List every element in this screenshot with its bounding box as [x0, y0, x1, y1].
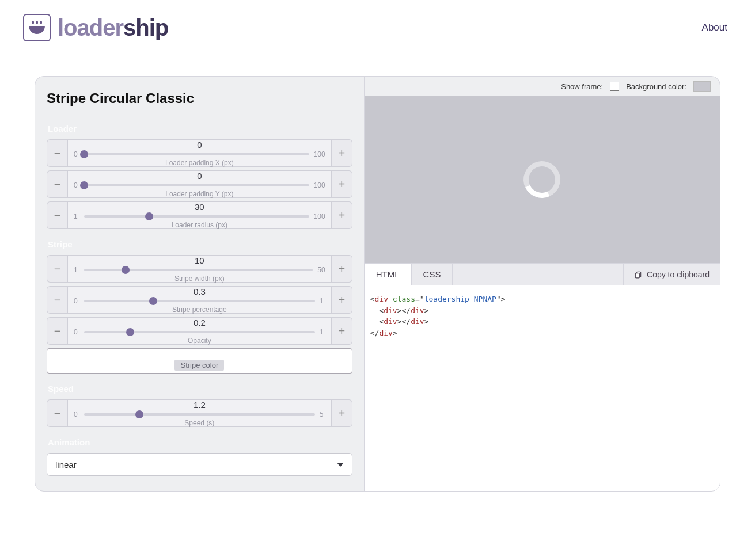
slider-min: 0: [74, 297, 79, 305]
slider-min: 1: [74, 212, 79, 220]
preview-panel: Show frame: Background color: HTML CSS C…: [364, 77, 720, 491]
decrement-button[interactable]: −: [47, 317, 67, 345]
tab-css[interactable]: CSS: [412, 264, 453, 285]
copy-label: Copy to clipboard: [647, 270, 710, 279]
slider-value: 10: [74, 256, 325, 265]
slider-track[interactable]: [84, 300, 315, 302]
increment-button[interactable]: +: [332, 317, 352, 345]
main-card: Stripe Circular Classic Loader −00100Loa…: [35, 76, 720, 492]
increment-button[interactable]: +: [332, 170, 352, 198]
decrement-button[interactable]: −: [47, 139, 67, 167]
logo-text: loadership: [58, 15, 168, 41]
stripe-control-0: −10150Stripe width (px)+: [47, 255, 352, 283]
slider[interactable]: 301100Loader radius (px): [67, 201, 332, 229]
stripe-color-label: Stripe color: [174, 360, 224, 371]
slider-min: 0: [74, 410, 79, 418]
slider-caption: Stripe percentage: [74, 306, 325, 313]
slider[interactable]: 0.301Stripe percentage: [67, 286, 332, 314]
slider-max: 100: [314, 212, 325, 220]
slider-thumb[interactable]: [122, 266, 130, 274]
slider-max: 1: [320, 297, 325, 305]
copy-to-clipboard-button[interactable]: Copy to clipboard: [623, 264, 720, 285]
slider-max: 100: [314, 181, 325, 189]
slider-thumb[interactable]: [80, 181, 88, 189]
section-label-speed: Speed: [48, 384, 352, 394]
decrement-button[interactable]: −: [47, 201, 67, 229]
slider-value: 0: [74, 140, 325, 149]
increment-button[interactable]: +: [332, 139, 352, 167]
header: loadership About: [0, 0, 755, 47]
animation-select[interactable]: linear: [47, 453, 352, 476]
stripe-control-2: −0.201Opacity+: [47, 317, 352, 345]
slider-caption: Speed (s): [74, 420, 325, 426]
bg-color-swatch[interactable]: [693, 81, 711, 92]
animation-select-value: linear: [55, 460, 77, 470]
bg-color-label: Background color:: [626, 82, 686, 91]
increment-button[interactable]: +: [332, 286, 352, 314]
slider[interactable]: 10150Stripe width (px): [67, 255, 332, 283]
increment-button[interactable]: +: [332, 399, 352, 427]
slider-min: 0: [74, 150, 79, 158]
slider-thumb[interactable]: [145, 212, 153, 220]
slider-min: 0: [74, 181, 79, 189]
slider-value: 1.2: [74, 401, 325, 409]
stripe-control-1: −0.301Stripe percentage+: [47, 286, 352, 314]
slider-caption: Loader padding Y (px): [74, 191, 325, 197]
slider-thumb[interactable]: [149, 297, 157, 305]
about-link[interactable]: About: [702, 22, 727, 33]
slider-caption: Stripe width (px): [74, 275, 325, 282]
section-label-animation: Animation: [48, 437, 352, 447]
slider-track[interactable]: [84, 215, 309, 218]
slider-thumb[interactable]: [80, 150, 88, 158]
slider-track[interactable]: [84, 413, 315, 416]
slider-track[interactable]: [84, 269, 313, 271]
increment-button[interactable]: +: [332, 201, 352, 229]
logo-icon: [23, 14, 51, 41]
slider-max: 5: [320, 410, 325, 418]
slider-track[interactable]: [84, 153, 309, 155]
decrement-button[interactable]: −: [47, 399, 67, 427]
decrement-button[interactable]: −: [47, 170, 67, 198]
slider-min: 1: [74, 266, 79, 274]
slider-value: 0: [74, 172, 325, 180]
code-area[interactable]: <div class="loadership_NPNAP"> <div></di…: [365, 285, 720, 491]
panel-title: Stripe Circular Classic: [47, 90, 352, 106]
controls-panel: Stripe Circular Classic Loader −00100Loa…: [35, 77, 364, 491]
loader-control-2: −301100Loader radius (px)+: [47, 201, 352, 229]
slider-value: 30: [74, 203, 325, 211]
tab-html[interactable]: HTML: [365, 264, 412, 285]
slider-min: 0: [74, 328, 79, 336]
show-frame-label: Show frame:: [561, 82, 603, 91]
loader-control-0: −00100Loader padding X (px)+: [47, 139, 352, 167]
slider-caption: Loader radius (px): [74, 222, 325, 228]
slider-thumb[interactable]: [126, 328, 134, 336]
increment-button[interactable]: +: [332, 255, 352, 283]
section-label-stripe: Stripe: [48, 239, 352, 249]
stripe-color-input[interactable]: Stripe color: [47, 348, 352, 374]
clipboard-icon: [634, 271, 642, 279]
slider-track[interactable]: [84, 331, 315, 333]
slider[interactable]: 1.205Speed (s): [67, 399, 332, 427]
preview-area: [365, 96, 720, 263]
loader-preview: [518, 156, 566, 203]
slider-value: 0.2: [74, 318, 325, 327]
svg-rect-1: [635, 273, 639, 277]
logo-text-bold: ship: [123, 15, 168, 40]
slider-track[interactable]: [84, 184, 309, 186]
loader-control-1: −00100Loader padding Y (px)+: [47, 170, 352, 198]
slider-caption: Loader padding X (px): [74, 159, 325, 166]
slider-thumb[interactable]: [135, 410, 143, 418]
chevron-down-icon: [337, 463, 344, 467]
slider[interactable]: 0.201Opacity: [67, 317, 332, 345]
decrement-button[interactable]: −: [47, 255, 67, 283]
logo[interactable]: loadership: [23, 14, 168, 41]
slider-max: 50: [317, 266, 325, 274]
slider[interactable]: 00100Loader padding X (px): [67, 139, 332, 167]
slider-caption: Opacity: [74, 337, 325, 344]
slider-max: 100: [314, 150, 325, 158]
code-tabs: HTML CSS Copy to clipboard: [365, 263, 720, 285]
slider[interactable]: 00100Loader padding Y (px): [67, 170, 332, 198]
show-frame-checkbox[interactable]: [610, 82, 619, 91]
decrement-button[interactable]: −: [47, 286, 67, 314]
slider-value: 0.3: [74, 287, 325, 296]
